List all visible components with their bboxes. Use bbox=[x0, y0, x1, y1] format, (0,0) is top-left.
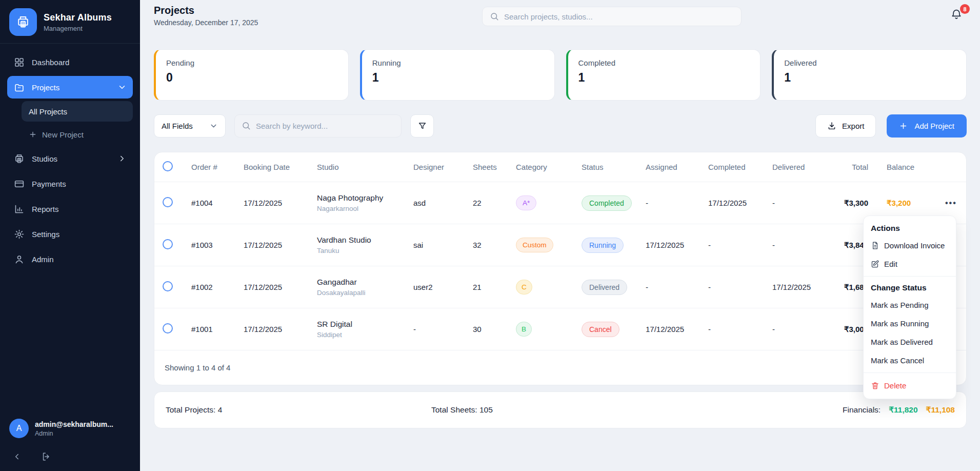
sidebar-item-dashboard[interactable]: Dashboard bbox=[7, 51, 133, 73]
col-header: Completed bbox=[708, 163, 772, 171]
col-header: Assigned bbox=[646, 163, 708, 171]
notifications-button[interactable]: 8 bbox=[950, 8, 966, 26]
sidebar-item-studios[interactable]: Studios bbox=[7, 147, 133, 170]
menu-item-mark-running[interactable]: Mark as Running bbox=[864, 314, 956, 332]
sidebar-item-settings[interactable]: Settings bbox=[7, 223, 133, 245]
projects-table: Order # Booking Date Studio Designer She… bbox=[154, 152, 967, 385]
status-badge: Delivered bbox=[582, 280, 627, 295]
menu-item-mark-pending[interactable]: Mark as Pending bbox=[864, 296, 956, 314]
brand: Sekhar Albums Management bbox=[0, 0, 140, 43]
app-root: Sekhar Albums Management Dashboard Proje… bbox=[0, 0, 980, 471]
plus-icon bbox=[29, 130, 37, 139]
gear-icon bbox=[13, 228, 25, 240]
sidebar-item-label: All Projects bbox=[29, 107, 67, 116]
add-project-label: Add Project bbox=[914, 122, 954, 130]
cell-designer: asd bbox=[413, 199, 473, 207]
sidebar-item-label: New Project bbox=[42, 130, 84, 139]
page-date: Wednesday, December 17, 2025 bbox=[154, 18, 258, 27]
main-content: Pending 0 Running 1 Completed 1 Delivere… bbox=[140, 33, 980, 471]
sidebar-item-label: Reports bbox=[32, 205, 59, 213]
sidebar-item-label: Payments bbox=[32, 180, 66, 188]
cell-sheets: 21 bbox=[473, 283, 516, 291]
search-icon bbox=[490, 12, 499, 21]
sidebar-item-payments[interactable]: Payments bbox=[7, 172, 133, 195]
cell-delivered: 17/12/2025 bbox=[772, 283, 836, 291]
stat-label: Running bbox=[372, 58, 544, 67]
row-checkbox[interactable] bbox=[163, 197, 173, 207]
avatar: A bbox=[9, 419, 29, 438]
cell-designer: user2 bbox=[413, 283, 473, 291]
col-header: Total bbox=[836, 163, 868, 171]
row-checkbox[interactable] bbox=[163, 239, 173, 249]
menu-item-delete[interactable]: Delete bbox=[864, 376, 956, 395]
cell-order: #1004 bbox=[191, 199, 244, 207]
category-badge: Custom bbox=[516, 238, 553, 252]
cell-sheets: 32 bbox=[473, 241, 516, 249]
logout-button[interactable] bbox=[41, 452, 51, 462]
notification-badge: 8 bbox=[960, 4, 970, 14]
menu-item-edit[interactable]: Edit bbox=[864, 254, 956, 273]
sidebar-nav: Dashboard Projects All Projects New Proj… bbox=[0, 44, 140, 270]
collapse-sidebar-button[interactable] bbox=[12, 452, 22, 461]
status-badge: Running bbox=[582, 238, 624, 253]
cell-order: #1002 bbox=[191, 283, 244, 291]
col-header: Booking Date bbox=[244, 163, 317, 171]
global-search bbox=[482, 7, 742, 26]
field-filter-value: All Fields bbox=[162, 122, 193, 130]
table-toolbar: All Fields Export Add Project bbox=[154, 114, 967, 138]
keyword-search-input[interactable] bbox=[256, 122, 394, 130]
stat-value: 0 bbox=[166, 71, 338, 85]
sidebar-item-label: Settings bbox=[32, 230, 59, 239]
col-header: Category bbox=[516, 163, 582, 171]
col-header: Order # bbox=[191, 163, 244, 171]
sidebar-item-label: Dashboard bbox=[32, 58, 69, 67]
page-title: Projects bbox=[154, 5, 194, 16]
col-header: Balance bbox=[868, 163, 945, 171]
chevron-down-icon bbox=[209, 122, 218, 130]
sidebar-item-new-project[interactable]: New Project bbox=[22, 124, 133, 145]
status-badge: Completed bbox=[582, 195, 632, 211]
sidebar-item-reports[interactable]: Reports bbox=[7, 198, 133, 220]
menu-divider bbox=[864, 276, 956, 277]
global-search-input[interactable] bbox=[504, 12, 734, 21]
col-header: Studio bbox=[317, 163, 413, 171]
cell-assigned: 17/12/2025 bbox=[646, 241, 708, 249]
chevron-down-icon bbox=[117, 83, 127, 92]
cell-assigned: - bbox=[646, 283, 708, 291]
stat-value: 1 bbox=[784, 71, 956, 85]
bar-chart-icon bbox=[13, 203, 25, 214]
col-header: Designer bbox=[413, 163, 473, 171]
stat-label: Completed bbox=[578, 58, 750, 67]
topbar: Projects Wednesday, December 17, 2025 8 bbox=[140, 0, 980, 33]
select-all-checkbox[interactable] bbox=[163, 161, 173, 171]
cell-completed: - bbox=[708, 283, 772, 291]
sidebar-item-all-projects[interactable]: All Projects bbox=[22, 101, 133, 122]
menu-item-mark-cancel[interactable]: Mark as Cancel bbox=[864, 351, 956, 369]
row-actions-button[interactable]: ••• bbox=[945, 199, 957, 207]
menu-section-title: Change Status bbox=[864, 280, 956, 296]
cell-sheets: 30 bbox=[473, 325, 516, 333]
financial-pending: ₹11,108 bbox=[926, 405, 955, 415]
filter-button[interactable] bbox=[410, 114, 434, 138]
sidebar-item-admin[interactable]: Admin bbox=[7, 248, 133, 270]
table-header-row: Order # Booking Date Studio Designer She… bbox=[154, 152, 966, 182]
cell-studio-city: Nagarkarnool bbox=[317, 205, 413, 212]
menu-item-download-invoice[interactable]: Download Invoice bbox=[864, 236, 956, 254]
row-checkbox[interactable] bbox=[163, 281, 173, 291]
total-projects: Total Projects: 4 bbox=[166, 405, 222, 415]
stat-card-completed: Completed 1 bbox=[566, 49, 761, 101]
table-row: #1004 17/12/2025 Naga PhotographyNagarka… bbox=[154, 182, 966, 224]
menu-item-mark-delivered[interactable]: Mark as Delivered bbox=[864, 332, 956, 351]
col-header: Status bbox=[582, 163, 646, 171]
chevron-right-icon bbox=[117, 154, 127, 163]
cell-booking-date: 17/12/2025 bbox=[244, 199, 317, 207]
category-badge: B bbox=[516, 322, 532, 337]
cell-delivered: - bbox=[772, 325, 836, 333]
add-project-button[interactable]: Add Project bbox=[887, 114, 967, 138]
sidebar-item-projects[interactable]: Projects bbox=[7, 76, 133, 99]
stat-label: Pending bbox=[166, 58, 338, 67]
stat-value: 1 bbox=[372, 71, 544, 85]
export-button[interactable]: Export bbox=[815, 114, 876, 138]
row-checkbox[interactable] bbox=[163, 323, 173, 333]
field-filter-select[interactable]: All Fields bbox=[154, 114, 226, 138]
